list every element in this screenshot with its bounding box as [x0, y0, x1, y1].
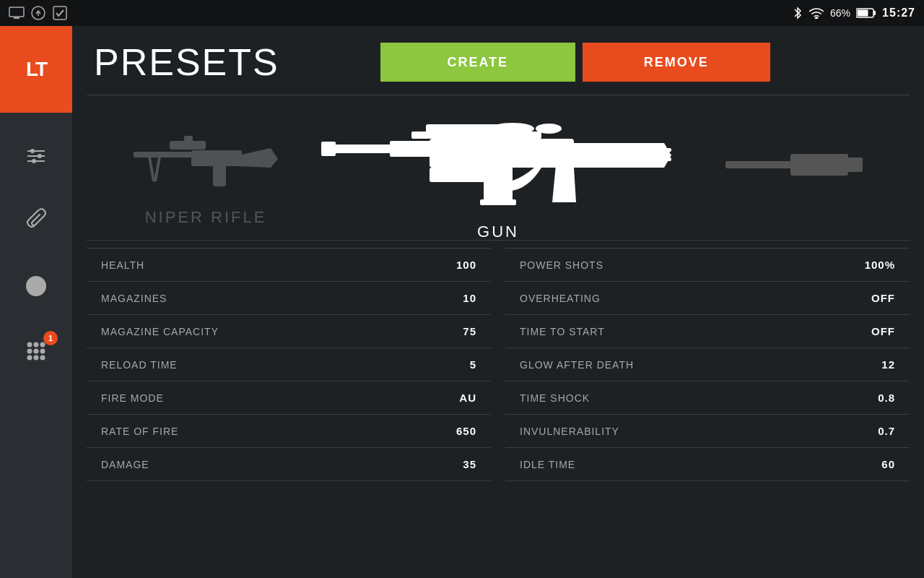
sniper-rifle-image [94, 116, 318, 202]
right-weapon-image [679, 139, 902, 197]
svg-rect-47 [451, 169, 455, 172]
svg-point-12 [30, 149, 35, 153]
stat-magazines-value: 10 [463, 292, 476, 304]
svg-rect-8 [858, 10, 868, 17]
sidebar-item-chart[interactable] [0, 257, 72, 315]
sniper-rifle-label: NIPER RIFLE [145, 208, 267, 227]
stat-health-value: 100 [456, 259, 476, 271]
stat-magazine-capacity-label: MAGAZINE CAPACITY [101, 326, 219, 337]
gun-image [318, 101, 679, 217]
upload-icon [30, 5, 46, 21]
sniper-rifle-silhouette [126, 116, 285, 202]
stat-time-to-start: TIME TO START OFF [505, 315, 910, 348]
stat-rate-of-fire-value: 650 [456, 425, 476, 437]
check-icon [52, 5, 68, 21]
stat-power-shots-value: 100% [865, 259, 895, 271]
svg-point-22 [27, 355, 32, 361]
time-display: 15:27 [882, 7, 915, 20]
svg-rect-33 [321, 142, 336, 156]
stat-reload-time: RELOAD TIME 5 [87, 348, 491, 381]
remove-button[interactable]: REMOVE [583, 43, 770, 82]
wifi-icon [808, 7, 824, 19]
svg-point-23 [34, 355, 39, 361]
svg-point-16 [27, 342, 32, 348]
svg-point-24 [40, 355, 45, 361]
svg-rect-46 [444, 169, 448, 172]
svg-rect-43 [650, 158, 671, 161]
svg-point-18 [40, 342, 45, 348]
stat-overheating-label: OVERHEATING [520, 293, 601, 304]
svg-point-13 [38, 154, 42, 158]
stat-damage-value: 35 [463, 458, 476, 470]
stat-glow-after-death-label: GLOW AFTER DEATH [520, 359, 634, 371]
svg-rect-31 [154, 157, 161, 182]
stat-damage-label: DAMAGE [101, 459, 149, 470]
stat-idle-time: IDLE TIME 60 [505, 448, 910, 481]
stat-glow-after-death: GLOW AFTER DEATH 12 [505, 348, 910, 381]
gun-silhouette [318, 101, 679, 217]
logo-text: LT [26, 58, 46, 81]
svg-rect-50 [473, 169, 476, 172]
svg-rect-52 [790, 154, 848, 176]
grid-badge: 1 [43, 331, 58, 345]
sidebar-logo[interactable]: LT [0, 26, 72, 113]
svg-rect-53 [841, 158, 863, 172]
sidebar-item-paperclip[interactable] [0, 192, 72, 250]
stat-fire-mode-value: AU [459, 392, 476, 404]
stat-rate-of-fire: RATE OF FIRE 650 [87, 415, 491, 448]
svg-rect-49 [466, 169, 469, 172]
stat-overheating-value: OFF [871, 292, 895, 304]
stat-power-shots-label: POWER SHOTS [520, 259, 603, 271]
stat-time-shock-value: 0.8 [878, 392, 895, 404]
right-weapon-silhouette [718, 139, 863, 197]
content-area: PRESETS CREATE REMOVE [72, 26, 924, 578]
svg-rect-7 [873, 11, 876, 15]
svg-rect-45 [437, 169, 440, 172]
header-buttons: CREATE REMOVE [380, 43, 770, 82]
stat-overheating: OVERHEATING OFF [505, 282, 910, 315]
create-button[interactable]: CREATE [380, 43, 575, 82]
stat-magazines: MAGAZINES 10 [87, 282, 491, 315]
stat-time-shock-label: TIME SHOCK [520, 392, 590, 404]
svg-point-14 [32, 159, 36, 163]
stats-left-column: HEALTH 100 MAGAZINES 10 MAGAZINE CAPACIT… [87, 248, 491, 571]
header: PRESETS CREATE REMOVE [72, 26, 924, 95]
svg-rect-48 [458, 169, 462, 172]
sidebar-nav: 1 [0, 113, 72, 380]
sidebar-item-sliders[interactable] [0, 127, 72, 185]
page-title: PRESETS [94, 40, 279, 84]
stat-idle-time-value: 60 [881, 458, 895, 470]
paperclip-icon [23, 208, 49, 234]
svg-rect-42 [650, 148, 671, 152]
sidebar: LT [0, 26, 72, 578]
status-right-icons: 66% 15:27 [793, 6, 915, 20]
stat-damage: DAMAGE 35 [87, 448, 491, 481]
stat-fire-mode-label: FIRE MODE [101, 392, 164, 404]
svg-rect-34 [390, 141, 433, 157]
stat-time-to-start-value: OFF [871, 325, 895, 337]
stat-rate-of-fire-label: RATE OF FIRE [101, 426, 178, 437]
bluetooth-icon [793, 6, 803, 20]
gun-label: GUN [477, 223, 519, 241]
stat-time-shock: TIME SHOCK 0.8 [505, 381, 910, 415]
stat-invulnerability: INVULNERABILITY 0.7 [505, 415, 910, 448]
weapon-sniper[interactable]: NIPER RIFLE [94, 116, 318, 227]
svg-point-20 [34, 349, 39, 354]
stat-reload-time-label: RELOAD TIME [101, 359, 178, 371]
battery-icon [856, 7, 876, 19]
svg-point-38 [536, 124, 562, 134]
weapon-right[interactable] [679, 139, 902, 203]
stat-idle-time-label: IDLE TIME [520, 459, 575, 470]
sidebar-item-grid[interactable]: 1 [0, 322, 72, 380]
battery-percent: 66% [830, 7, 850, 19]
stat-fire-mode: FIRE MODE AU [87, 381, 491, 415]
status-left-icons [9, 5, 68, 21]
stats-right-column: POWER SHOTS 100% OVERHEATING OFF TIME TO… [505, 248, 910, 571]
stat-reload-time-value: 5 [470, 358, 476, 371]
chart-icon [23, 273, 49, 299]
svg-rect-39 [430, 139, 574, 168]
stat-magazine-capacity: MAGAZINE CAPACITY 75 [87, 315, 491, 348]
svg-rect-28 [191, 150, 242, 166]
stat-magazine-capacity-value: 75 [463, 325, 476, 337]
weapon-gun[interactable]: GUN [318, 101, 679, 241]
